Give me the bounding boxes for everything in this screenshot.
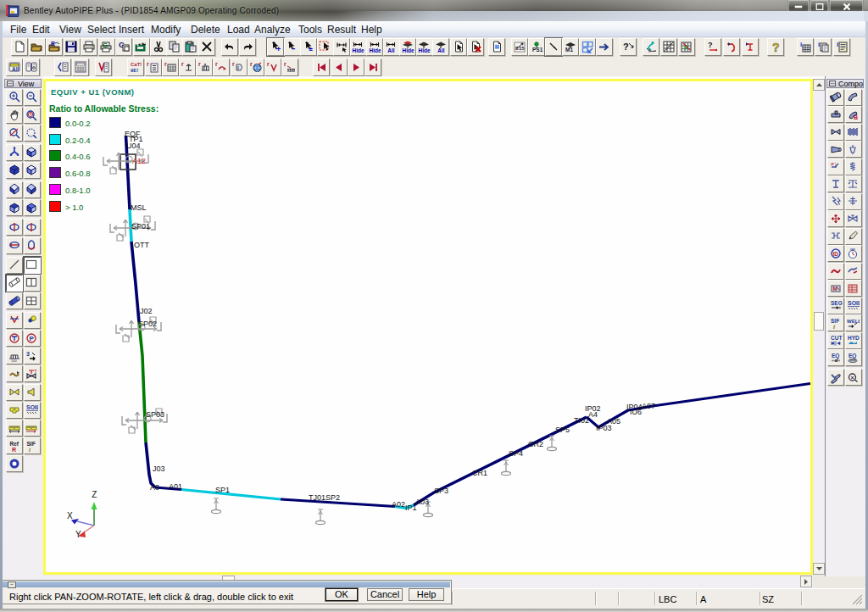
svg-text:Hide: Hide: [352, 47, 364, 53]
svg-text:9E!: 9E!: [131, 68, 138, 73]
svg-text:J03: J03: [153, 465, 165, 473]
svg-text:SP4: SP4: [509, 449, 523, 458]
svg-text:A02: A02: [392, 500, 405, 509]
svg-text:EQ: EQ: [832, 352, 839, 359]
svg-text:All: All: [12, 66, 19, 72]
svg-text:Hide: Hide: [418, 47, 430, 53]
svg-text:-: -: [292, 43, 295, 53]
svg-text:TJ01SP2: TJ01SP2: [309, 493, 340, 502]
svg-text:?: ?: [708, 41, 713, 49]
svg-text:A0: A0: [150, 483, 159, 492]
svg-text:í: í: [29, 446, 31, 452]
svg-text:×: ×: [851, 374, 854, 380]
svg-text:CUT: CUT: [831, 335, 842, 341]
svg-text:ID: ID: [832, 250, 838, 256]
svg-text:?: ?: [623, 42, 629, 52]
svg-text:+: +: [276, 45, 281, 53]
svg-text:A01: A01: [169, 482, 182, 491]
svg-text:CR1: CR1: [472, 469, 487, 477]
svg-text:±: ±: [309, 45, 313, 53]
svg-text:SOIL: SOIL: [26, 404, 38, 410]
svg-text:G: G: [103, 42, 108, 49]
svg-text:P: P: [30, 335, 35, 342]
svg-text:A03: A03: [415, 498, 429, 506]
svg-text:B: B: [854, 114, 858, 120]
svg-text:SP02: SP02: [138, 320, 157, 328]
svg-text:All: All: [387, 47, 395, 53]
svg-text:U04: U04: [126, 142, 141, 150]
svg-text:R: R: [51, 41, 55, 47]
svg-text:r: r: [181, 61, 184, 67]
svg-text:MSL: MSL: [131, 203, 147, 212]
svg-text:SP5: SP5: [555, 426, 570, 434]
svg-text:SP01: SP01: [131, 222, 150, 231]
svg-text:r: r: [147, 61, 149, 67]
svg-text:CR2: CR2: [528, 440, 543, 448]
svg-text:r: r: [164, 61, 167, 67]
svg-text:Y: Y: [75, 530, 81, 539]
svg-text:Hide: Hide: [402, 47, 414, 53]
svg-text:SIF: SIF: [27, 440, 36, 446]
svg-text:SP1: SP1: [215, 486, 230, 494]
svg-text:r: r: [232, 61, 235, 67]
svg-text:r: r: [198, 61, 201, 67]
svg-text:A05: A05: [607, 417, 620, 426]
svg-text:ø↑: ø↑: [831, 161, 837, 166]
svg-text:Ref: Ref: [9, 440, 19, 446]
svg-text:X: X: [67, 511, 73, 520]
svg-text:E15: E15: [515, 46, 525, 51]
svg-text:HYD: HYD: [848, 335, 860, 341]
svg-text:SP03: SP03: [146, 410, 164, 419]
svg-text:PS1: PS1: [532, 47, 543, 53]
svg-text:EQ: EQ: [849, 352, 856, 359]
svg-text:i: i: [818, 41, 820, 48]
svg-text:?: ?: [772, 41, 780, 53]
svg-text:TI02: TI02: [574, 416, 589, 425]
svg-text:A4: A4: [588, 410, 598, 419]
svg-text:r: r: [267, 61, 270, 67]
svg-text:J02: J02: [140, 307, 153, 315]
svg-text:r: r: [250, 61, 253, 67]
svg-text:100: 100: [11, 359, 17, 363]
svg-text:r: r: [284, 61, 287, 67]
svg-text:i: i: [800, 41, 802, 48]
svg-text:A12: A12: [132, 157, 146, 165]
svg-text:M1: M1: [565, 47, 573, 53]
svg-text:All: All: [437, 47, 445, 53]
svg-text:R: R: [12, 446, 16, 452]
svg-text:i: i: [837, 41, 838, 48]
svg-text:3: 3: [26, 351, 30, 357]
svg-text:WELD: WELD: [847, 318, 860, 323]
svg-text:T: T: [34, 369, 37, 374]
svg-text:Hide: Hide: [369, 47, 381, 53]
svg-text:CaT!: CaT!: [131, 62, 142, 67]
svg-text:í: í: [833, 322, 836, 330]
svg-text:SP3: SP3: [434, 487, 448, 495]
svg-text:M: M: [832, 286, 837, 292]
svg-text:r: r: [215, 61, 218, 67]
svg-text:A07: A07: [642, 402, 655, 410]
svg-text:SEG: SEG: [831, 300, 843, 306]
svg-text:SOIL: SOIL: [848, 300, 860, 306]
svg-text:Z: Z: [92, 490, 97, 499]
svg-text:OTT: OTT: [134, 241, 149, 249]
svg-text:IU6: IU6: [630, 408, 642, 416]
